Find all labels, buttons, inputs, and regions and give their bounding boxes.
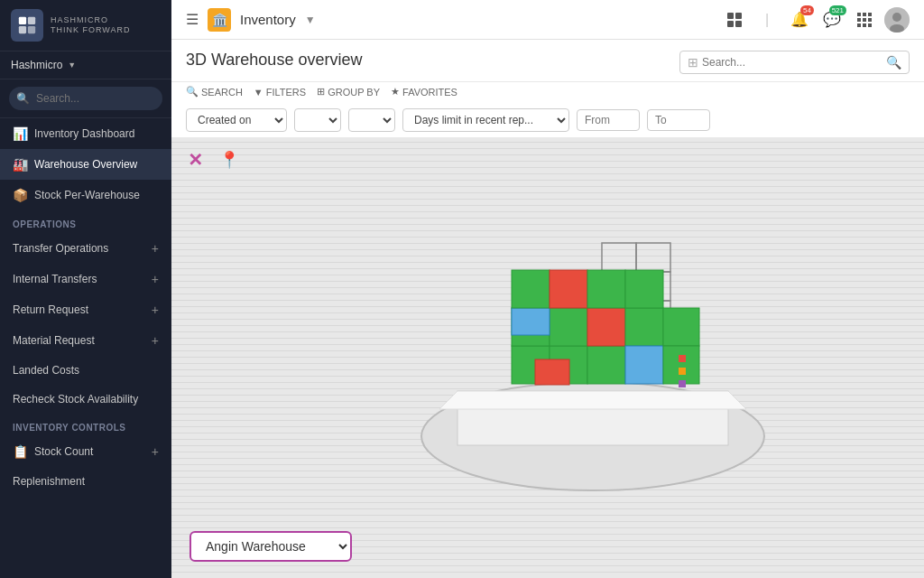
return-request-label: Return Request [13, 303, 88, 316]
material-request-label: Material Request [13, 334, 95, 347]
svg-rect-9 [863, 13, 866, 16]
material-request-plus-icon[interactable]: + [152, 333, 159, 348]
location-pin-button[interactable]: 📍 [217, 147, 242, 172]
stock-count-plus-icon[interactable]: + [152, 444, 159, 459]
logo-name-text: HASHMICRO [51, 15, 131, 25]
warehouse-select[interactable]: Angin WarehouseWarehouse BWarehouse C [189, 531, 352, 562]
user-avatar[interactable] [884, 7, 910, 33]
replenishment-label: Replenishment [13, 475, 85, 488]
sidebar-item-internal-transfers[interactable]: Internal Transfers + [0, 264, 171, 294]
svg-point-18 [892, 13, 901, 22]
sidebar-search-icon: 🔍 [16, 92, 30, 105]
internal-transfers-plus-icon[interactable]: + [152, 272, 159, 286]
group-by-link[interactable]: ⊞ GROUP BY [317, 86, 380, 98]
svg-rect-5 [735, 13, 742, 19]
svg-rect-31 [587, 346, 625, 384]
filter-select-3[interactable] [348, 108, 395, 132]
sidebar-user[interactable]: Hashmicro ▼ [0, 51, 171, 79]
from-date-input[interactable] [577, 109, 640, 131]
topbar-dropdown-icon[interactable]: ▼ [305, 14, 316, 26]
sidebar-item-material-request[interactable]: Material Request + [0, 325, 171, 356]
sidebar-item-return-request[interactable]: Return Request + [0, 294, 171, 325]
stock-per-warehouse-icon: 📦 [13, 188, 27, 202]
filter-bar: 🔍 SEARCH ▼ FILTERS ⊞ GROUP BY ★ FAVORITE… [171, 82, 924, 103]
sidebar-item-inventory-dashboard[interactable]: 📊 Inventory Dashboard [0, 118, 171, 149]
stock-count-icon: 📋 [13, 444, 27, 459]
svg-rect-13 [868, 18, 872, 22]
svg-rect-44 [663, 346, 699, 384]
svg-rect-3 [28, 26, 35, 33]
inventory-controls-section-title: INVENTORY CONTROLS [0, 414, 171, 436]
transfer-operations-plus-icon[interactable]: + [152, 241, 159, 256]
grid-view-button[interactable] [722, 7, 747, 33]
filters-label: FILTERS [266, 87, 306, 98]
notification-bell-button[interactable]: 🔔 54 [787, 7, 812, 33]
warehouse-svg [403, 174, 782, 499]
transfer-operations-label: Transfer Operations [13, 242, 108, 255]
svg-rect-4 [727, 13, 734, 19]
internal-transfers-label: Internal Transfers [13, 273, 97, 285]
message-button[interactable]: 💬 521 [819, 7, 845, 33]
warehouse-overview-icon: 🏭 [13, 157, 27, 172]
warehouse-3d-scene [403, 174, 764, 517]
warehouse-overview-label: Warehouse Overview [34, 158, 137, 171]
apps-button[interactable] [852, 7, 877, 33]
favorites-label: FAVORITES [402, 87, 457, 98]
warehouse-dropdown-wrap: Angin WarehouseWarehouse BWarehouse C [189, 531, 352, 562]
days-limit-select[interactable]: Days limit in recent rep... [402, 108, 569, 132]
main-search-button[interactable]: 🔍 [886, 55, 901, 70]
svg-rect-11 [857, 18, 861, 22]
sidebar-item-recheck-stock[interactable]: Recheck Stock Availability [0, 385, 171, 414]
sidebar-item-stock-count[interactable]: 📋 Stock Count + [0, 436, 171, 467]
menu-icon[interactable]: ☰ [186, 11, 199, 28]
svg-rect-46 [679, 368, 686, 375]
content-area: 3D Warehouse overview ⊞ 🔍 🔍 SEARCH ▼ FIL… [171, 40, 924, 578]
fullscreen-button[interactable]: ✕ [182, 147, 208, 172]
svg-rect-27 [602, 243, 636, 272]
svg-rect-41 [625, 346, 663, 384]
content-header: 3D Warehouse overview ⊞ 🔍 [171, 40, 924, 82]
topbar-title: Inventory [240, 12, 296, 27]
svg-rect-35 [587, 308, 625, 346]
main-content: ☰ 🏛️ Inventory ▼ | 🔔 54 💬 521 [171, 0, 924, 578]
created-on-select[interactable]: Created on [186, 108, 287, 132]
svg-rect-47 [679, 380, 686, 387]
sidebar-item-transfer-operations[interactable]: Transfer Operations + [0, 233, 171, 264]
svg-rect-1 [28, 17, 35, 24]
separator-icon: | [754, 7, 780, 33]
logo-icon [11, 9, 43, 42]
svg-rect-43 [663, 308, 699, 346]
sidebar-search-container: 🔍 [0, 79, 171, 118]
sidebar-item-stock-per-warehouse[interactable]: 📦 Stock Per-Warehouse [0, 180, 171, 210]
filters-link[interactable]: ▼ FILTERS [254, 87, 306, 98]
group-by-label: GROUP BY [328, 87, 380, 98]
to-date-input[interactable] [647, 109, 710, 131]
top-search-box[interactable]: ⊞ 🔍 [679, 51, 910, 74]
sidebar: HASHMICRO THINK FORWARD Hashmicro ▼ 🔍 📊 … [0, 0, 171, 578]
message-badge: 521 [829, 5, 846, 15]
svg-rect-0 [19, 17, 26, 24]
sidebar-item-landed-costs[interactable]: Landed Costs [0, 356, 171, 385]
main-search-input[interactable] [702, 56, 882, 69]
filter-select-2[interactable] [294, 108, 341, 132]
svg-rect-32 [535, 359, 569, 385]
sidebar-search-input[interactable] [9, 87, 162, 110]
controls-row: Created on Days limit in recent rep... [171, 103, 924, 138]
svg-rect-2 [19, 26, 26, 33]
search-filter-link[interactable]: 🔍 SEARCH [186, 86, 243, 98]
topbar: ☰ 🏛️ Inventory ▼ | 🔔 54 💬 521 [171, 0, 924, 40]
sidebar-item-replenishment[interactable]: Replenishment [0, 467, 171, 496]
favorites-link[interactable]: ★ FAVORITES [391, 86, 457, 98]
svg-rect-37 [512, 270, 550, 308]
inventory-dashboard-icon: 📊 [13, 126, 27, 141]
svg-rect-16 [868, 23, 872, 27]
svg-rect-39 [587, 270, 625, 308]
search-grid-icon: ⊞ [688, 55, 698, 70]
sidebar-item-warehouse-overview[interactable]: 🏭 Warehouse Overview [0, 149, 171, 180]
landed-costs-label: Landed Costs [13, 364, 79, 377]
sidebar-nav: 📊 Inventory Dashboard 🏭 Warehouse Overvi… [0, 118, 171, 578]
svg-rect-15 [863, 23, 866, 27]
return-request-plus-icon[interactable]: + [152, 303, 159, 317]
recheck-stock-label: Recheck Stock Availability [13, 393, 138, 406]
stock-count-label: Stock Count [34, 445, 93, 458]
